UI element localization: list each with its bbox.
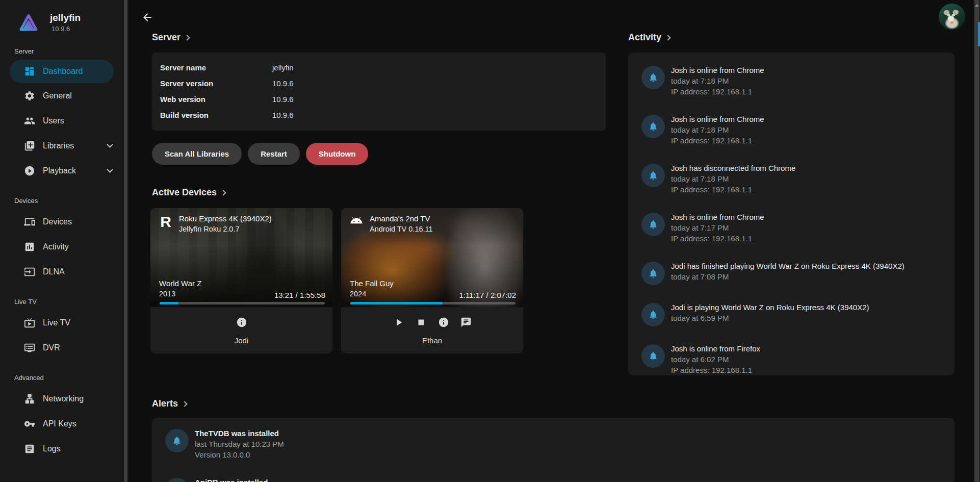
sidebar-item-api-keys[interactable]: API Keys [0,411,123,436]
activity-item-time: today at 6:59 PM [671,313,869,323]
device-card-roku[interactable]: R Roku Express 4K (3940X2) Jellyfin Roku… [150,208,332,353]
sidebar-item-label: General [43,91,72,100]
active-devices-title: Active Devices [152,187,217,198]
sidebar-item-label: Playback [43,166,76,175]
device-card-android-tv[interactable]: Amanda's 2nd TV Android TV 0.16.11 The F… [341,208,523,353]
sidebar-item-networking[interactable]: Networking [0,386,123,411]
bell-icon [165,478,189,482]
chevron-down-icon [107,141,113,148]
bell-icon [641,115,665,138]
page-scrollbar[interactable] [974,0,979,482]
user-avatar[interactable] [939,4,965,30]
alerts-heading[interactable]: Alerts [152,398,187,409]
sidebar-item-general[interactable]: General [0,83,123,108]
server-info-row: Build version 10.9.6 [160,107,598,123]
sidebar-item-playback[interactable]: Playback [0,158,123,183]
info-button[interactable] [437,316,450,328]
sidebar-scrollbar[interactable] [123,0,128,482]
sidebar-item-label: Dashboard [43,67,83,76]
activity-item-title: Josh has disconnected from Chrome [671,163,795,173]
sidebar-item-label: Live TV [43,318,70,327]
dvr-icon [23,342,36,354]
scrollbar-up-arrow-icon[interactable] [975,4,979,7]
active-devices-heading[interactable]: Active Devices [152,187,225,198]
sidebar-item-libraries[interactable]: Libraries [0,133,123,158]
sidebar-item-label: Activity [43,242,69,251]
devices-icon [23,216,36,228]
playback-progress-bar [160,302,325,305]
sidebar-item-dashboard[interactable]: Dashboard [10,60,114,83]
dlna-icon [23,266,36,278]
activity-item: Josh is online from Chrome today at 7:18… [641,114,941,146]
activity-item-time: today at 7:18 PM [671,75,764,86]
bell-icon [641,213,665,236]
server-section-heading[interactable]: Server [152,32,189,43]
bell-icon [165,429,189,452]
sidebar-item-label: Libraries [43,141,74,150]
alert-item: AniDB was installed [165,477,941,482]
play-button[interactable] [393,316,405,328]
activity-item: Josh is online from Firefox today at 6:0… [641,343,941,375]
sidebar-item-live-tv[interactable]: Live TV [0,310,123,335]
session-user: Ethan [422,336,442,345]
client-version: Android TV 0.16.11 [370,224,433,235]
activity-item-time: today at 7:08 PM [671,271,905,282]
sidebar-item-label: Networking [43,394,84,403]
sidebar-item-devices[interactable]: Devices [0,209,123,234]
media-title: World War Z [159,278,201,289]
alert-item-time: last Thursday at 10:23 PM [195,439,284,449]
activity-heading[interactable]: Activity [628,32,670,43]
sidebar-item-dlna[interactable]: DLNA [0,259,123,284]
jellyfin-logo-icon [18,12,39,34]
build-version-label: Build version [160,111,272,119]
activity-item-title: Josh is online from Firefox [671,343,760,354]
session-user: Jodi [235,336,249,345]
activity-item-title: Jodi has finished playing World War Z on… [671,261,905,271]
server-section-title: Server [152,32,180,43]
chevron-right-icon [184,35,190,40]
device-name: Amanda's 2nd TV [370,213,433,224]
activity-item-title: Josh is online from Chrome [671,65,764,75]
sidebar-section-server: Server [0,47,123,55]
server-info-row: Server version 10.9.6 [160,75,598,91]
playback-time: 13:21 / 1:55:58 [274,291,325,299]
sidebar-section-livetv: Live TV [0,298,123,306]
activity-item: Jodi has finished playing World War Z on… [641,261,941,285]
server-info-row: Server name jellyfin [160,60,598,75]
activity-item-time: today at 7:18 PM [671,173,795,184]
activity-item: Josh has disconnected from Chrome today … [641,163,941,195]
activity-feed: Josh is online from Chrome today at 7:18… [628,53,955,375]
bell-icon [641,344,665,368]
sidebar-item-logs[interactable]: Logs [0,436,123,461]
activity-item-time: today at 6:02 PM [671,354,760,365]
activity-item-title: Jodi is playing World War Z on Roku Expr… [671,302,869,313]
scan-all-libraries-button[interactable]: Scan All Libraries [152,143,242,165]
activity-item-time: today at 7:17 PM [671,222,764,233]
restart-button[interactable]: Restart [248,143,300,165]
bell-icon [641,303,665,326]
playback-icon [23,165,36,177]
media-year: 2024 [350,289,394,299]
server-version-value: 10.9.6 [272,79,294,88]
key-icon [23,418,36,430]
media-title: The Fall Guy [350,278,394,289]
shutdown-button[interactable]: Shutdown [306,143,368,165]
sidebar-item-label: Devices [43,217,72,226]
back-button[interactable] [141,11,153,23]
sidebar-section-advanced: Advanced [0,374,123,382]
server-version-label: Server version [160,79,272,88]
chevron-right-icon [665,35,670,40]
activity-item-title: Josh is online from Chrome [671,212,764,222]
info-button[interactable] [236,316,248,328]
server-name-label: Server name [160,63,272,72]
sidebar-item-activity[interactable]: Activity [0,234,123,259]
sidebar-item-label: DLNA [43,267,65,276]
stop-button[interactable] [415,316,427,328]
activity-item-ip: IP address: 192.168.1.1 [671,86,764,97]
now-playing-backdrop: Amanda's 2nd TV Android TV 0.16.11 The F… [341,208,523,307]
sidebar-item-dvr[interactable]: DVR [0,335,123,360]
scrollbar-accent [978,22,980,46]
libraries-icon [23,140,36,152]
send-message-button[interactable] [460,316,472,328]
sidebar-item-users[interactable]: Users [0,108,123,133]
